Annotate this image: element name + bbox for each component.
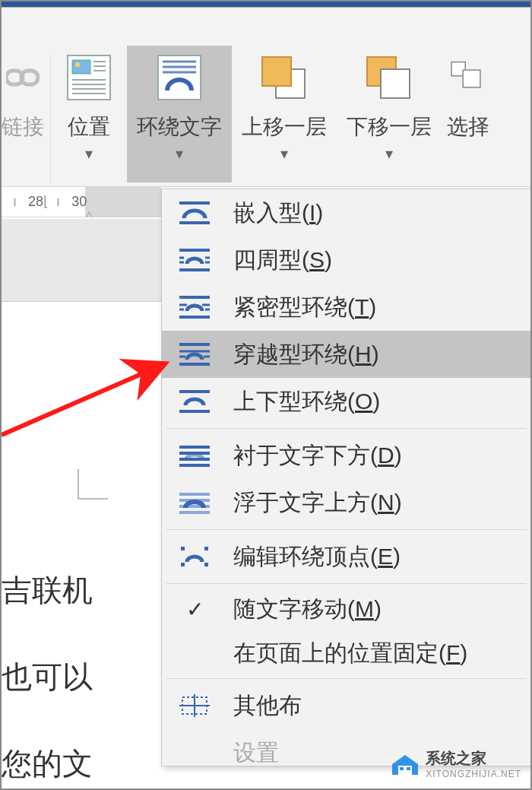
svg-rect-52 (204, 547, 208, 550)
doc-text-line: 也可以 (2, 656, 93, 698)
doc-background (2, 219, 161, 301)
menu-label: 嵌入型(I) (233, 198, 323, 229)
square-icon (176, 245, 214, 275)
svg-rect-3 (72, 60, 90, 74)
menu-label: 四周型(S) (233, 245, 332, 276)
ruler-indent-marker[interactable]: △ (85, 208, 93, 217)
menu-separator (166, 583, 527, 584)
ribbon: 链接 位置 ▾ (2, 8, 530, 187)
menu-label: 衬于文字下方(D) (233, 440, 402, 471)
watermark-logo-icon (389, 750, 421, 778)
bring-forward-icon (257, 50, 312, 105)
menu-label: 上下型环绕(O) (233, 386, 380, 417)
link-icon (4, 50, 42, 105)
select-icon (442, 50, 495, 105)
menu-separator (166, 428, 527, 429)
menu-separator (166, 529, 527, 530)
dropdown-arrow-icon: ▾ (176, 144, 183, 163)
title-bar-strip (2, 2, 530, 8)
menu-label: 编辑环绕顶点(E) (233, 541, 401, 573)
menu-separator (166, 678, 527, 679)
ruler-numbers: 3 ı 28⌊ ı 30 (2, 193, 87, 210)
inline-icon (176, 198, 214, 228)
topbottom-icon (176, 386, 214, 417)
bring-forward-label: 上移一层 (242, 114, 327, 140)
select-label: 选择 (447, 114, 489, 140)
menu-square[interactable]: 四周型(S) (162, 236, 531, 284)
menu-label: 紧密型环绕(T) (233, 292, 376, 323)
wrap-text-dropdown: 嵌入型(I) 四周型(S) 紧密型环绕(T) 穿越型环绕(H) 上下型环绕(O)… (161, 189, 532, 766)
svg-rect-54 (204, 563, 208, 566)
menu-label: 穿越型环绕(H) (233, 339, 379, 370)
margin-corner-icon (78, 469, 108, 500)
editpoints-icon (176, 541, 214, 572)
watermark-sub: XITONGZHIJIA.NET (426, 769, 521, 779)
svg-rect-61 (407, 767, 410, 770)
menu-through[interactable]: 穿越型环绕(H) (162, 331, 531, 378)
wrap-text-label: 环绕文字 (137, 114, 222, 140)
wrap-text-button[interactable]: 环绕文字 ▾ (127, 46, 232, 182)
front-icon (176, 487, 214, 518)
position-icon (62, 50, 116, 105)
link-button[interactable]: 链接 (2, 46, 50, 182)
wrap-text-icon (152, 50, 207, 105)
watermark: 系统之家 XITONGZHIJIA.NET (389, 748, 521, 779)
menu-other[interactable]: 其他布 (162, 682, 531, 729)
through-icon (176, 339, 214, 370)
menu-label: 随文字移动(M) (233, 594, 382, 625)
svg-rect-51 (181, 547, 185, 550)
svg-rect-60 (400, 767, 404, 770)
tight-icon (176, 292, 214, 322)
menu-label: 其他布 (233, 690, 302, 722)
checkmark-icon: ✓ (176, 597, 214, 622)
link-label: 链接 (2, 114, 44, 140)
menu-inline[interactable]: 嵌入型(I) (162, 189, 531, 236)
dropdown-arrow-icon: ▾ (85, 144, 93, 163)
menu-topbottom[interactable]: 上下型环绕(O) (162, 378, 531, 425)
send-backward-label: 下移一层 (347, 114, 432, 140)
behind-icon (176, 440, 214, 471)
position-label: 位置 (68, 114, 110, 140)
svg-rect-19 (381, 69, 410, 98)
send-backward-button[interactable]: 下移一层 ▾ (337, 46, 442, 182)
menu-behind[interactable]: 衬于文字下方(D) (162, 432, 531, 479)
menu-front[interactable]: 浮于文字上方(N) (162, 479, 531, 526)
bring-forward-button[interactable]: 上移一层 ▾ (232, 46, 337, 182)
svg-rect-17 (262, 57, 291, 86)
watermark-title: 系统之家 (426, 748, 521, 769)
position-button[interactable]: 位置 ▾ (51, 46, 127, 182)
dropdown-arrow-icon: ▾ (280, 144, 288, 163)
menu-movewith[interactable]: ✓ 随文字移动(M) (162, 587, 531, 631)
other-icon (176, 690, 214, 721)
svg-point-4 (75, 62, 80, 67)
select-button[interactable]: 选择 (442, 46, 495, 182)
ruler-highlight (85, 187, 161, 217)
menu-label: 在页面上的位置固定(F) (233, 638, 467, 669)
menu-editpoints[interactable]: 编辑环绕顶点(E) (162, 533, 531, 580)
menu-label: 浮于文字上方(N) (233, 487, 402, 519)
svg-rect-21 (463, 70, 480, 87)
doc-text-line: 您的文 (2, 743, 93, 785)
send-backward-icon (362, 50, 416, 105)
dropdown-arrow-icon: ▾ (385, 144, 393, 163)
menu-label: 设置 (233, 738, 279, 769)
doc-page[interactable]: 吉联机 也可以 您的文 (2, 301, 161, 790)
menu-tight[interactable]: 紧密型环绕(T) (162, 284, 531, 331)
svg-rect-53 (181, 563, 185, 566)
doc-text-line: 吉联机 (2, 569, 93, 611)
menu-fixpos[interactable]: 在页面上的位置固定(F) (162, 631, 531, 675)
